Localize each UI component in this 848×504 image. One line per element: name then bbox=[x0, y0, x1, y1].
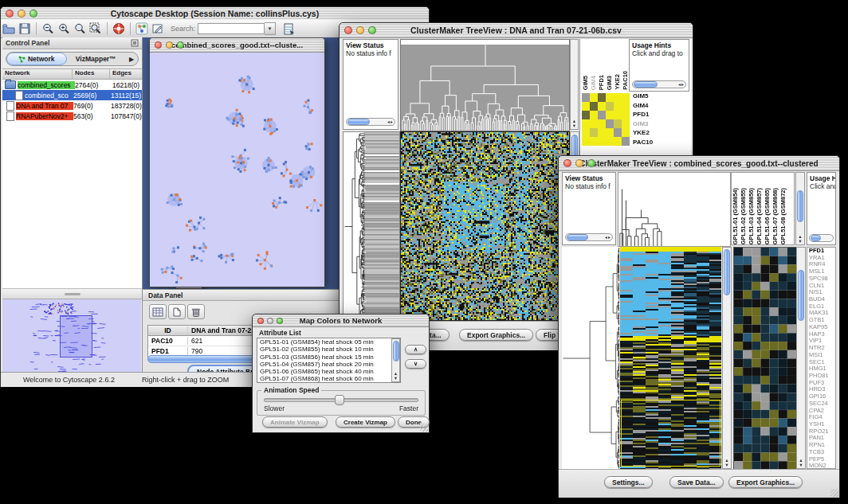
global-heatmap-canvas[interactable] bbox=[400, 131, 570, 321]
row-label[interactable]: GIM4 bbox=[633, 101, 653, 111]
matrix-cell[interactable] bbox=[614, 128, 622, 137]
column-label[interactable]: YKE2 bbox=[614, 74, 622, 90]
matrix-cell[interactable] bbox=[582, 93, 590, 102]
column-label[interactable]: PFD1 bbox=[598, 75, 606, 90]
minimize-button[interactable] bbox=[575, 159, 583, 167]
usage-hints-scrollbar[interactable] bbox=[809, 234, 834, 242]
matrix-cell[interactable] bbox=[590, 128, 598, 137]
scrollbar-arrows[interactable]: ▲▼ bbox=[571, 119, 578, 128]
column-label[interactable]: GPL51-02 (GSM855) bbox=[740, 188, 748, 244]
zoom-button[interactable] bbox=[29, 10, 37, 18]
matrix-cell[interactable] bbox=[622, 102, 630, 111]
attribute-list-scrollbar[interactable]: ▲▼ bbox=[391, 338, 400, 382]
zoom-button[interactable] bbox=[177, 41, 184, 49]
animation-speed-slider-track[interactable] bbox=[264, 398, 418, 402]
matrix-cell[interactable] bbox=[622, 137, 630, 146]
close-button[interactable] bbox=[344, 26, 352, 34]
global-heatmap-canvas[interactable] bbox=[620, 247, 721, 469]
tabs-overflow-arrow[interactable]: ▶ bbox=[125, 56, 138, 63]
row-label[interactable]: PFD1 bbox=[633, 110, 653, 119]
attribute-list-item[interactable]: GPL51-02 (GSM855) heat shock 10 min bbox=[257, 346, 400, 353]
column-label[interactable]: GIM3 bbox=[606, 76, 614, 90]
minimize-button[interactable] bbox=[18, 10, 26, 18]
network-tree-row[interactable]: combined_scores2764(0)16218(0) bbox=[2, 80, 142, 90]
network-window-titlebar[interactable]: combined_scores_good.txt--cluste... bbox=[150, 38, 324, 53]
main-titlebar[interactable]: Cytoscape Desktop (Session Name: collins… bbox=[1, 7, 429, 21]
column-dendrogram-canvas[interactable] bbox=[618, 172, 731, 247]
matrix-cell[interactable] bbox=[598, 102, 606, 111]
close-button[interactable] bbox=[155, 41, 162, 49]
column-label[interactable]: GPL51-06 (GSM865) bbox=[764, 188, 771, 244]
matrix-cell[interactable] bbox=[614, 102, 622, 111]
matrix-cell[interactable] bbox=[598, 93, 606, 102]
resize-grip[interactable] bbox=[420, 424, 428, 432]
close-button[interactable] bbox=[257, 318, 264, 324]
matrix-cell[interactable] bbox=[606, 119, 614, 128]
matrix-cell[interactable] bbox=[590, 102, 598, 111]
gene-label-list[interactable]: PFD1YRA1RNR4MSL1SPC98CLN1NIS1BUD4ELG1MAK… bbox=[807, 247, 836, 469]
treeview2-titlebar[interactable]: ClusterMaker TreeView : combined_scores_… bbox=[559, 156, 839, 171]
matrix-cell[interactable] bbox=[606, 102, 614, 111]
scrollbar-thumb[interactable] bbox=[724, 249, 730, 295]
minimize-button[interactable] bbox=[356, 26, 364, 34]
network-tree-row[interactable]: DNA and Tran 07769(0)183728(0) bbox=[2, 100, 142, 111]
column-label[interactable]: GPL51-03 (GSM856) bbox=[748, 188, 756, 244]
close-button[interactable] bbox=[6, 10, 14, 18]
matrix-cell[interactable] bbox=[582, 119, 590, 128]
column-dendrogram-canvas[interactable] bbox=[400, 39, 570, 131]
matrix-cell[interactable] bbox=[598, 137, 606, 146]
row-label[interactable]: PAC10 bbox=[633, 138, 653, 147]
matrix-cell[interactable] bbox=[590, 119, 598, 128]
attribute-list-item[interactable]: GPL51-03 (GSM856) heat shock 15 min bbox=[257, 354, 400, 361]
network-view-canvas[interactable] bbox=[150, 53, 323, 286]
panel-splitter[interactable] bbox=[2, 289, 142, 299]
save-data-button[interactable]: Save Data... bbox=[669, 476, 724, 488]
vizmapper-button[interactable] bbox=[134, 21, 150, 36]
attribute-list-item[interactable]: GPL51-07 (GSM868) heat shock 60 min bbox=[257, 375, 400, 382]
usage-hints-scrollbar[interactable]: ◂▸ bbox=[632, 80, 686, 88]
view-status-scrollbar[interactable]: ◂▸ bbox=[565, 233, 613, 241]
column-label[interactable]: GIM4 bbox=[590, 76, 598, 90]
matrix-cell[interactable] bbox=[614, 93, 622, 102]
scrollbar-thumb[interactable] bbox=[347, 119, 370, 125]
heatmap-vscrollbar[interactable]: ▲▼ bbox=[722, 247, 732, 469]
resize-grip[interactable] bbox=[830, 489, 838, 497]
attribute-list-item[interactable]: GPL51-06 (GSM865) heat shock 40 min bbox=[257, 368, 400, 375]
zoom-button[interactable] bbox=[368, 26, 376, 34]
matrix-cell[interactable] bbox=[622, 93, 630, 102]
matrix-cell[interactable] bbox=[614, 137, 622, 146]
row-dendrogram-canvas[interactable] bbox=[343, 131, 400, 321]
matrix-cell[interactable] bbox=[590, 93, 598, 102]
minimize-button[interactable] bbox=[267, 318, 273, 324]
new-attribute-button[interactable] bbox=[168, 304, 186, 319]
zoom-heatmap-canvas[interactable] bbox=[733, 247, 797, 471]
matrix-cell[interactable] bbox=[622, 111, 630, 119]
column-label[interactable]: GPL51-07 (GSM868) bbox=[771, 188, 779, 244]
column-tree-scrollbar[interactable]: ▲▼ bbox=[570, 39, 579, 130]
close-button[interactable] bbox=[563, 159, 571, 167]
matrix-cell[interactable] bbox=[582, 102, 590, 111]
delete-attribute-button[interactable] bbox=[187, 304, 205, 319]
search-input[interactable] bbox=[198, 23, 265, 34]
zoom-fit-button[interactable] bbox=[88, 21, 104, 36]
column-label[interactable]: GPL51-08 (GSM872) bbox=[779, 188, 787, 244]
labels-scrollbar[interactable]: ▲▼ bbox=[795, 172, 805, 245]
minimize-button[interactable] bbox=[166, 41, 173, 49]
scrollbar-thumb[interactable] bbox=[811, 235, 821, 241]
matrix-cell[interactable] bbox=[590, 111, 598, 119]
matrix-cell[interactable] bbox=[606, 93, 614, 102]
settings-button[interactable]: Settings... bbox=[604, 476, 653, 488]
column-label[interactable]: GPL51-04 (GSM857) bbox=[756, 188, 764, 244]
open-session-button[interactable] bbox=[1, 21, 17, 36]
column-label[interactable]: GIM5 bbox=[582, 76, 590, 90]
scrollbar-arrows[interactable]: ▲▼ bbox=[392, 371, 399, 381]
gene-label[interactable]: MON2 bbox=[807, 463, 835, 469]
create-vizmap-button[interactable]: Create Vizmap bbox=[336, 416, 395, 428]
matrix-cell[interactable] bbox=[598, 128, 606, 137]
treeview1-titlebar[interactable]: ClusterMaker TreeView : DNA and Tran 07-… bbox=[340, 23, 693, 38]
matrix-cell[interactable] bbox=[622, 119, 630, 128]
id-column-header[interactable]: ID bbox=[148, 326, 188, 334]
matrix-cell[interactable] bbox=[582, 128, 590, 137]
select-attributes-button[interactable] bbox=[149, 304, 167, 319]
help-button[interactable] bbox=[111, 21, 127, 36]
